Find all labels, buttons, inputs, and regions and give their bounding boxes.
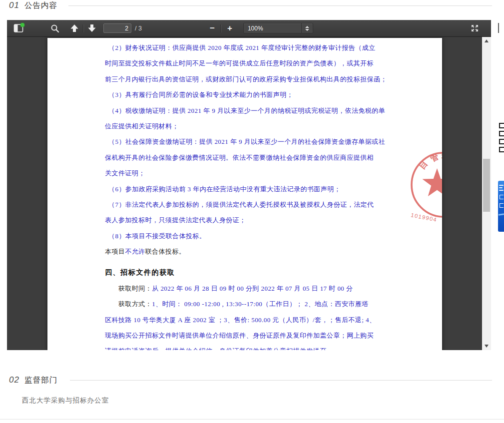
cutoff-character-fragment [499,139,504,144]
page-number-input[interactable] [103,23,131,33]
cutoff-character-fragment [499,131,504,136]
widget-shine [499,213,504,216]
widget-bar [499,185,504,186]
doc-text-line: 现场购买公开招标文件时请提供单位介绍信原件、身份证原件及复印件加盖公章；网上购买 [105,328,388,343]
page-total-label: / 3 [135,25,142,32]
notification-dot [20,23,24,27]
doc-text-line: 位应提供相关证明材料； [105,118,388,134]
section-01-title: 公告内容 [24,0,57,11]
zoom-out-button[interactable]: − [206,22,219,35]
triangle-up-icon [485,39,489,42]
stamp-serial-number: 1019904 [411,212,438,223]
doc-text-line: 关文件证明； [105,165,388,181]
doc-text-line: 获取时间：从 2022 年 06 月 28 日 09 时 00 分到 2022 … [105,281,388,296]
section-01-header: 01 公告内容 [9,0,57,11]
doc-text: （2）财务状况证明：供应商提供 2020 年度或 2021 年度经审计完整的财务… [105,40,388,350]
toolbar-separator [221,24,221,32]
doc-text-line: 前三个月内银行出具的资信证明，或财政部门认可的政府采购专业担保机构出具的投标担保… [105,71,388,87]
document-page: （2）财务状况证明：供应商提供 2020 年度或 2021 年度经审计完整的财务… [47,38,442,350]
pdf-toolbar: / 3 − + 100% [7,20,491,37]
section-02-header: 02 监督部门 [9,375,57,386]
doc-text-line: 获取方式：1、时间： 09:00 -12:00 , 13:30--17:00（工… [105,296,388,312]
widget-bar [499,187,503,188]
viewer-scrollbar[interactable] [482,37,491,350]
arrow-down-icon [87,24,96,32]
doc-text-line: （2）财务状况证明：供应商提供 2020 年度或 2021 年度经审计完整的财务… [105,40,388,55]
doc-text-line: （4）税收缴纳证明：提供 2021 年 9 月以来至少一个月的纳税证明或完税证明… [105,103,388,118]
cutoff-vertical-label [498,123,504,155]
doc-text-line: 时间至提交投标文件截止时间不足一年的可提供成立后任意时段的资产负债表），或其开标 [105,55,388,71]
minus-icon: − [210,24,215,32]
scrollbar-up-button[interactable] [482,37,491,45]
stamp-arc-char: 目 [418,159,429,171]
doc-text-line: （6）参加政府采购活动前 3 年内在经营活动中没有重大违法记录的书面声明； [105,181,388,197]
plus-icon: + [227,24,232,32]
doc-text-line: （7）非法定代表人参加投标的，须提供法定代表人委托授权书及被授权人身份证，法定代 [105,197,388,212]
toolbar-separator [83,24,83,32]
cutoff-floating-widget[interactable] [498,181,504,232]
fullscreen-icon [471,24,479,32]
doc-text-line: 请提前电话咨询后、提供单位介绍信、身份证复印件加盖公章扫描件发送至 [105,343,388,350]
red-stamp-seal: 目 管 理 1019904 [397,137,442,237]
search-icon [50,24,59,33]
previous-page-button[interactable] [68,22,81,35]
search-button[interactable] [48,22,61,35]
next-page-button[interactable] [85,22,98,35]
triangle-down-icon [485,345,489,348]
pdf-content-area: （2）财务状况证明：供应商提供 2020 年度或 2021 年度经审计完整的财务… [7,37,491,350]
cutoff-character-fragment [499,123,504,128]
supervisor-department-text: 西北大学采购与招标办公室 [22,396,109,405]
doc-text-line: （5）社会保障资金缴纳证明：提供 2021 年 9 月以来至少一个月的社会保障资… [105,134,388,149]
scrollbar-down-button[interactable] [482,342,491,350]
cutoff-character-fragment [499,147,504,152]
sidebar-toggle-button[interactable] [12,22,25,35]
doc-text-line: （3）具有履行合同所必需的设备和专业技术能力的书面声明； [105,87,388,102]
spinner-arrows-icon [301,23,313,33]
widget-bar [499,190,504,191]
zoom-level-value: 100% [244,25,301,32]
section-02-divider [70,380,492,381]
doc-text-line: （8）本项目不接受联合体投标。 [105,228,388,244]
section-01-number: 01 [9,0,19,10]
doc-text-line: 四、招标文件的获取 [105,264,388,281]
zoom-in-button[interactable]: + [223,22,236,35]
widget-glyph-fragment [500,195,504,199]
fullscreen-button[interactable] [468,22,481,35]
section-01-divider [68,5,492,6]
cutoff-element-sliver [498,23,499,33]
doc-text-line: 区科技路 10 号华奥大厦 A 座 2002 室 ；3、售价: 500.00 元… [105,312,388,328]
scrollbar-thumb[interactable] [483,159,490,212]
zoom-level-select[interactable]: 100% [243,23,313,33]
pdf-viewer: / 3 − + 100% （2）财 [7,20,491,350]
section-02-title: 监督部门 [24,375,57,386]
doc-text-line: 保机构开具的社会保险参保缴费情况证明。依法不需要缴纳社会保障资金的供应商应提供相 [105,150,388,165]
section-02-number: 02 [9,375,19,385]
widget-glyph-fragment [500,203,504,208]
bottom-divider [0,419,504,420]
doc-text-line: 表人参加投标时，只须提供法定代表人身份证； [105,212,388,228]
doc-text-line: 本项目不允许联合体投标。 [105,244,388,259]
stamp-arc-char: 理 [441,151,442,160]
arrow-up-icon [70,24,79,32]
